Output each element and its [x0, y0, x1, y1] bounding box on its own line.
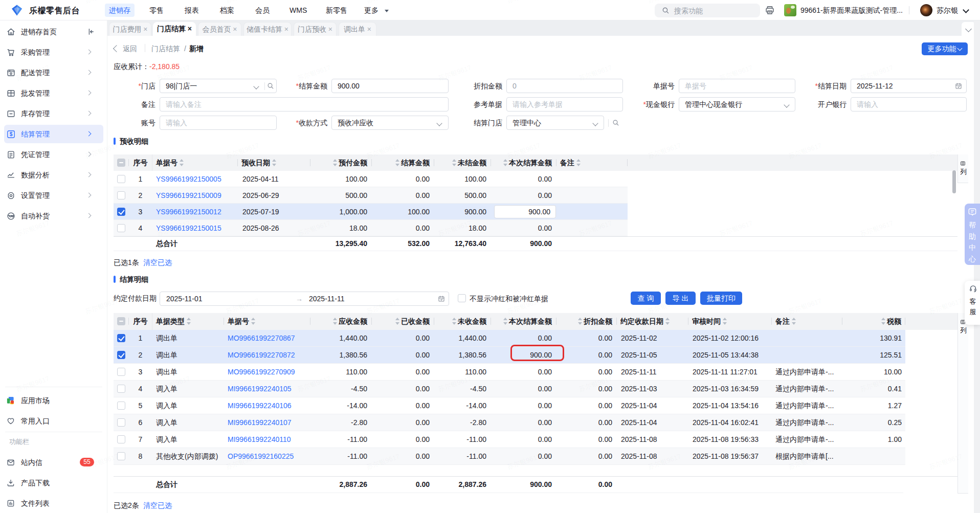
- svg-text:$: $: [10, 131, 13, 137]
